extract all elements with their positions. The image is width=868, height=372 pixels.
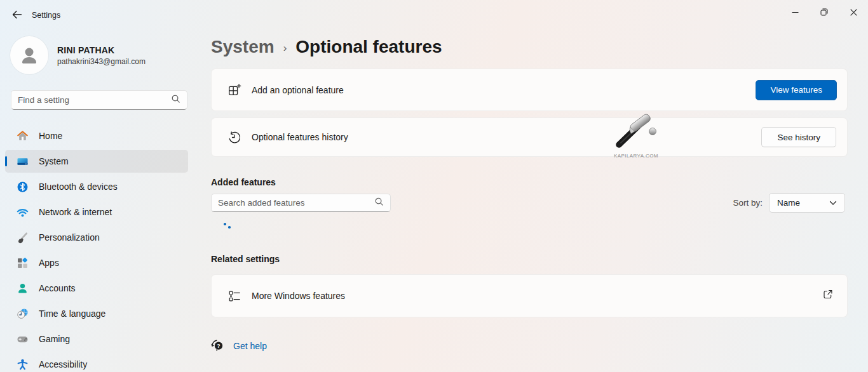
add-optional-feature-card: Add an optional feature View features [211,69,848,111]
close-button[interactable] [839,0,868,24]
optional-features-history-card: Optional features history See history [211,117,848,157]
sidebar-item-label: Accounts [39,283,76,293]
sidebar-item-label: Time & language [39,309,105,319]
find-setting-input[interactable] [18,95,171,105]
get-help-icon: ? [211,338,224,354]
titlebar: Settings [0,0,868,30]
sidebar-item-time-language[interactable]: Time & language [5,302,188,325]
restore-icon [820,8,828,16]
loading-indicator [224,223,233,230]
see-history-button[interactable]: See history [761,127,836,147]
app-title: Settings [32,11,60,20]
sidebar-item-system[interactable]: System [5,150,188,173]
add-feature-icon [227,83,241,98]
sort-by-value: Name [777,198,800,208]
system-icon [17,156,29,168]
sidebar-item-label: Home [39,131,62,141]
sort-by-label: Sort by: [733,198,763,208]
settings-window: Settings RINI PATHAK pathakrini343@gmail… [0,0,868,372]
accounts-icon [17,282,29,295]
selected-indicator [5,156,7,166]
personalization-icon [17,232,29,244]
bluetooth-icon [17,181,29,193]
sidebar-item-personalization[interactable]: Personalization [5,226,188,249]
sidebar-item-label: Apps [39,258,59,268]
sidebar-item-apps[interactable]: Apps [5,251,188,274]
breadcrumb-system[interactable]: System [211,37,275,57]
user-email: pathakrini343@gmail.com [57,57,146,66]
avatar [10,36,48,74]
restore-button[interactable] [810,0,839,24]
home-icon [17,130,29,142]
sidebar-item-label: Personalization [39,232,100,242]
sort-row: Sort by: Name [733,193,845,213]
sidebar-item-label: Accessibility [39,359,87,369]
sidebar-item-network-internet[interactable]: Network & internet [5,201,188,223]
network-icon [17,206,29,218]
apps-icon [17,257,29,269]
user-profile[interactable]: RINI PATHAK pathakrini343@gmail.com [10,36,146,74]
add-feature-label: Add an optional feature [252,85,344,95]
sidebar-item-label: Bluetooth & devices [39,182,118,192]
sidebar-item-gaming[interactable]: Gaming [5,328,188,350]
back-button[interactable] [6,5,28,25]
breadcrumb: System › Optional features [211,37,442,57]
get-help-row: ? Get help [211,338,267,354]
breadcrumb-separator: › [283,39,287,55]
sidebar-item-bluetooth-devices[interactable]: Bluetooth & devices [5,175,188,198]
svg-text:?: ? [217,343,220,349]
sidebar-nav: Home System Bluetooth & devices [5,124,188,372]
more-windows-features-label: More Windows features [252,291,345,301]
external-link-icon[interactable] [822,289,833,303]
time-language-icon [17,308,29,320]
window-controls [780,0,868,24]
sidebar-item-label: Gaming [39,334,70,344]
search-icon [171,94,180,106]
added-features-heading: Added features [211,177,276,187]
sidebar: RINI PATHAK pathakrini343@gmail.com Home [0,30,198,372]
sidebar-item-label: Network & internet [39,207,112,217]
minimize-button[interactable] [780,0,810,24]
gaming-icon [17,333,29,345]
feature-list-icon [227,288,241,303]
history-label: Optional features history [252,132,348,142]
sort-by-dropdown[interactable]: Name [769,193,845,213]
page-title: Optional features [295,37,442,57]
close-icon [850,9,857,16]
sidebar-item-accessibility[interactable]: Accessibility [5,353,188,372]
user-name: RINI PATHAK [57,45,146,55]
minimize-icon [792,9,799,16]
chevron-down-icon [829,198,837,208]
main-content: System › Optional features Add an option… [198,30,868,372]
sidebar-item-label: System [39,156,69,166]
back-arrow-icon [12,10,22,21]
search-icon [374,197,384,209]
accessibility-icon [17,359,29,371]
more-windows-features-card[interactable]: More Windows features [211,274,848,317]
history-icon [227,130,241,145]
find-setting-searchbox[interactable] [11,90,187,110]
search-added-features-input[interactable] [218,198,374,208]
view-features-button[interactable]: View features [756,80,837,100]
person-icon [18,44,41,67]
sidebar-item-accounts[interactable]: Accounts [5,277,188,300]
search-added-features-box[interactable] [211,194,391,212]
get-help-link[interactable]: Get help [233,341,267,351]
related-settings-heading: Related settings [211,254,280,264]
sidebar-item-home[interactable]: Home [5,124,188,147]
